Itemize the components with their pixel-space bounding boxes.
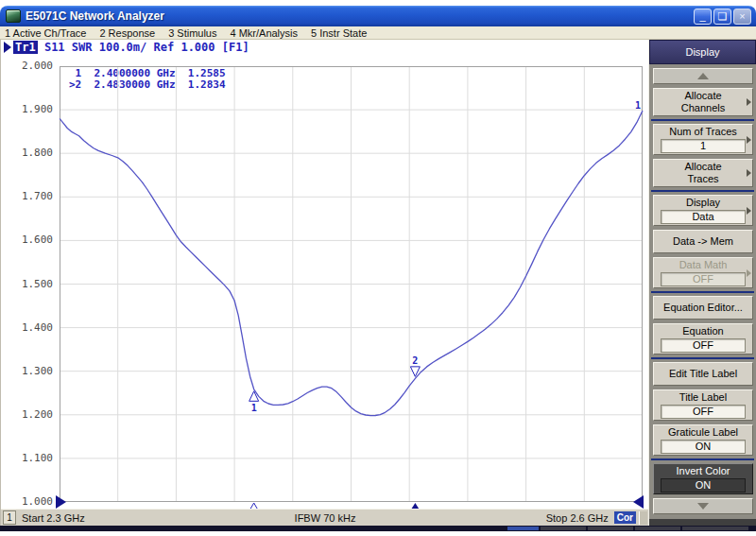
ref-level-pointer-left-icon bbox=[56, 495, 66, 509]
taskbar-item bbox=[682, 527, 748, 530]
y-axis-tick-label: 1.800 bbox=[1, 147, 53, 159]
softkey-label: Edit Title Label bbox=[669, 368, 737, 380]
taskbar-item bbox=[541, 527, 586, 530]
y-axis-tick-label: 1.900 bbox=[1, 103, 53, 115]
ref-level-pointer-right-icon bbox=[633, 495, 644, 509]
softkey-button-equation[interactable]: EquationOFF bbox=[653, 323, 753, 354]
softkey-button-edit-title-label[interactable]: Edit Title Label bbox=[653, 362, 753, 386]
marker-2-label: 2 bbox=[412, 355, 418, 366]
softkey-group-separator bbox=[651, 357, 754, 359]
softkey-empty-area bbox=[649, 519, 756, 526]
softkey-group-separator bbox=[651, 458, 754, 460]
softkey-label: Data -> Mem bbox=[673, 235, 733, 248]
softkey-group-separator bbox=[651, 291, 754, 293]
menu-item-2-response[interactable]: 2 Response bbox=[99, 27, 155, 39]
window-controls: _ ❏ × bbox=[694, 9, 751, 25]
trace-badge[interactable]: Tr1 bbox=[13, 41, 38, 54]
softkey-scroll-up-button[interactable] bbox=[653, 68, 753, 84]
softkey-label: Display bbox=[686, 197, 720, 209]
y-axis-tick-label: 1.200 bbox=[1, 408, 53, 421]
chevron-right-icon bbox=[747, 98, 751, 106]
maximize-button[interactable]: ❏ bbox=[713, 9, 731, 25]
chevron-right-icon bbox=[747, 269, 751, 277]
softkey-value: ON bbox=[661, 478, 746, 493]
softkey-button-num-of-traces[interactable]: Num of Traces1 bbox=[653, 124, 753, 155]
softkey-label: Allocate Channels bbox=[681, 90, 725, 114]
menu-item-3-stimulus[interactable]: 3 Stimulus bbox=[168, 27, 216, 39]
softkey-button-graticule-label[interactable]: Graticule LabelON bbox=[653, 424, 753, 456]
channel-number-badge: 1 bbox=[3, 510, 16, 525]
softkey-button-equation-editor[interactable]: Equation Editor... bbox=[653, 296, 753, 320]
taskbar-item bbox=[588, 527, 633, 530]
softkey-button-invert-color[interactable]: Invert ColorON bbox=[653, 463, 753, 494]
softkey-value: ON bbox=[661, 440, 746, 454]
minimize-button[interactable]: _ bbox=[694, 9, 712, 25]
close-button[interactable]: × bbox=[733, 9, 751, 25]
menu-item-1-active-ch-trace[interactable]: 1 Active Ch/Trace bbox=[5, 27, 86, 39]
stop-frequency-label: Stop 2.6 GHz bbox=[546, 512, 609, 524]
trace-settings-label: S11 SWR 100.0m/ Ref 1.000 [F1] bbox=[38, 41, 249, 54]
e5071c-screen: E5071C Network Analyzer _ ❏ × 1 Active C… bbox=[0, 0, 756, 536]
softkey-value: OFF bbox=[661, 338, 746, 353]
menu-item-4-mkr-analysis[interactable]: 4 Mkr/Analysis bbox=[230, 27, 298, 39]
active-trace-indicator-icon bbox=[4, 42, 11, 53]
softkey-button-allocate-traces[interactable]: Allocate Traces bbox=[653, 159, 753, 187]
softkey-button-data-math: Data MathOFF bbox=[653, 257, 753, 288]
y-axis-tick-label: 1.500 bbox=[1, 278, 53, 290]
start-frequency-label: Start 2.3 GHz bbox=[22, 512, 85, 524]
swr-chart: 121 bbox=[60, 66, 645, 516]
correction-status-badge: Cor bbox=[614, 511, 636, 524]
menu-bar: 1 Active Ch/Trace2 Response3 Stimulus4 M… bbox=[0, 26, 756, 40]
chevron-up-icon bbox=[697, 73, 709, 79]
softkey-label: Equation bbox=[682, 325, 723, 337]
y-axis-tick-label: 1.600 bbox=[1, 233, 53, 246]
softkey-button-allocate-channels[interactable]: Allocate Channels bbox=[653, 88, 753, 116]
y-axis-tick-label: 1.400 bbox=[1, 321, 53, 334]
trace-end-label: 1 bbox=[635, 100, 641, 111]
softkey-value: OFF bbox=[661, 405, 746, 419]
softkey-label: Graticule Label bbox=[668, 426, 738, 439]
chevron-down-icon bbox=[697, 503, 709, 510]
softkey-header-display: Display bbox=[649, 40, 756, 64]
menu-item-5-instr-state[interactable]: 5 Instr State bbox=[311, 27, 367, 39]
taskbar-item bbox=[635, 527, 680, 530]
chevron-right-icon bbox=[747, 207, 751, 215]
chevron-right-icon bbox=[747, 136, 751, 144]
y-axis-tick-label: 1.300 bbox=[1, 365, 53, 377]
softkey-label: Num of Traces bbox=[669, 126, 737, 138]
softkey-label: Data Math bbox=[679, 259, 728, 271]
y-axis-tick-label: 1.000 bbox=[1, 495, 53, 508]
marker-1-label: 1 bbox=[251, 403, 257, 413]
softkey-button-data-mem[interactable]: Data -> Mem bbox=[653, 230, 753, 253]
resize-grip bbox=[639, 511, 647, 525]
softkey-group-separator bbox=[651, 119, 754, 121]
y-axis-tick-label: 1.100 bbox=[1, 452, 53, 464]
softkey-button-title-label[interactable]: Title LabelOFF bbox=[653, 389, 753, 421]
taskbar-item bbox=[507, 527, 539, 530]
softkey-group-separator bbox=[651, 190, 754, 192]
softkey-sidebar: DisplayAllocate ChannelsNum of Traces1Al… bbox=[648, 40, 756, 526]
softkey-scroll-down-button[interactable] bbox=[653, 498, 753, 514]
chevron-right-icon bbox=[747, 169, 751, 177]
channel-window: Tr1 S11 SWR 100.0m/ Ref 1.000 [F1] 1 2.4… bbox=[0, 40, 648, 526]
softkey-label: Title Label bbox=[679, 391, 727, 404]
marker-1-icon[interactable] bbox=[249, 391, 259, 402]
title-bar: E5071C Network Analyzer _ ❏ × bbox=[0, 6, 756, 26]
taskbar-strip bbox=[0, 526, 756, 531]
trace-info-bar: Tr1 S11 SWR 100.0m/ Ref 1.000 [F1] bbox=[4, 41, 249, 54]
softkey-label: Invert Color bbox=[677, 465, 730, 477]
y-axis-tick-label: 2.000 bbox=[1, 60, 53, 72]
softkey-value: Data bbox=[661, 210, 746, 224]
softkey-value: OFF bbox=[661, 272, 746, 286]
softkey-label: Allocate Traces bbox=[684, 161, 721, 185]
softkey-button-display[interactable]: DisplayData bbox=[653, 195, 753, 226]
window-title: E5071C Network Analyzer bbox=[26, 9, 694, 23]
app-icon bbox=[6, 9, 21, 23]
softkey-label: Equation Editor... bbox=[663, 302, 743, 314]
status-bar: 1 Start 2.3 GHz IFBW 70 kHz Stop 2.6 GHz… bbox=[1, 509, 649, 526]
y-axis-tick-label: 1.700 bbox=[1, 190, 53, 202]
softkey-value: 1 bbox=[661, 139, 746, 153]
